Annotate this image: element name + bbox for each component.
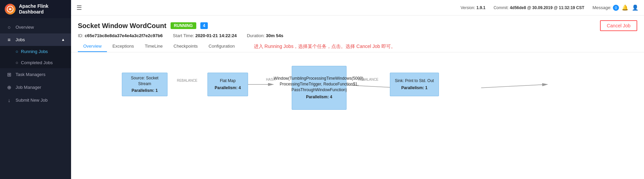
app-name: Apache Flink Dashboard: [19, 3, 66, 15]
submit-job-icon: ↓: [6, 97, 12, 103]
message-badge: 0: [613, 5, 619, 11]
node-source-title: Source: Socket Stream: [126, 75, 164, 87]
node-sink[interactable]: Sink: Print to Std. Out Parallelism: 1: [390, 73, 439, 96]
node-source-parallelism: Parallelism: 1: [132, 88, 158, 94]
jobs-submenu: ○ Running Jobs ○ Completed Jobs: [0, 46, 71, 68]
sidebar-item-completed-jobs[interactable]: ○ Completed Jobs: [0, 57, 71, 68]
commit-value: 4d56de8 @ 30.09.2019 @ 11:32:19 CST: [510, 5, 584, 10]
node-sink-title: Sink: Print to Std. Out: [395, 78, 434, 84]
cancel-job-button[interactable]: Cancel Job: [600, 20, 637, 31]
duration-value: 30m 54s: [266, 33, 283, 38]
job-id: ID: c65e71bc8e8da37e4e4a3c2f7e2c97b6: [78, 33, 163, 38]
bell-icon[interactable]: 🔔: [622, 4, 628, 11]
node-window-parallelism: Parallelism: 4: [306, 94, 332, 100]
commit-info: Commit: 4d56de8 @ 30.09.2019 @ 11:32:19 …: [493, 5, 584, 10]
completed-jobs-icon: ○: [16, 60, 18, 65]
job-header: Socket Window WordCount RUNNING 4 Cancel…: [71, 16, 644, 52]
tab-timeline[interactable]: TimeLine: [139, 41, 168, 52]
topbar-icons: 🔔 👤: [622, 4, 639, 11]
job-id-value: c65e71bc8e8da37e4e4a3c2f7e2c97b6: [85, 33, 163, 38]
graph-canvas: Source: Socket Stream Parallelism: 1 REB…: [78, 59, 637, 133]
version-value: 1.9.1: [476, 5, 486, 10]
user-icon[interactable]: 👤: [632, 4, 639, 11]
parallelism-badge: 4: [200, 22, 208, 29]
sidebar-item-job-manager[interactable]: ⊕ Job Manager: [0, 81, 71, 94]
node-window-title: Window(TumblingProcessingTimeWindows(500…: [274, 76, 364, 93]
job-title-left: Socket Window WordCount RUNNING 4: [78, 22, 208, 30]
job-annotation: 进入 Running Jobs，选择某个任务，点击。选择 Cancel Job …: [254, 44, 396, 50]
topbar: ☰ Version: 1.9.1 Commit: 4d56de8 @ 30.09…: [71, 0, 644, 16]
main-content: ☰ Version: 1.9.1 Commit: 4d56de8 @ 30.09…: [71, 0, 644, 179]
node-source[interactable]: Source: Socket Stream Parallelism: 1: [122, 73, 168, 96]
job-title-row: Socket Window WordCount RUNNING 4 Cancel…: [78, 20, 637, 31]
sidebar-item-overview[interactable]: ○ Overview: [0, 21, 71, 33]
job-duration: Duration: 30m 54s: [247, 33, 283, 38]
job-meta: ID: c65e71bc8e8da37e4e4a3c2f7e2c97b6 Sta…: [78, 33, 637, 38]
tabs-row: Overview Exceptions TimeLine Checkpoints…: [78, 41, 637, 52]
jobs-icon: ≡: [6, 37, 12, 43]
status-badge: RUNNING: [171, 22, 196, 29]
hamburger-icon[interactable]: ☰: [76, 4, 82, 11]
job-manager-icon: ⊕: [6, 84, 12, 91]
sidebar-item-submit-new-job[interactable]: ↓ Submit New Job: [0, 94, 71, 106]
jobs-arrow-icon: ▲: [61, 37, 65, 42]
sidebar-nav: ○ Overview ≡ Jobs ▲ ○ Running Jobs ○ Com…: [0, 18, 71, 179]
graph-svg: [78, 59, 637, 133]
job-detail: Socket Window WordCount RUNNING 4 Cancel…: [71, 16, 644, 179]
svg-line-3: [481, 84, 547, 88]
node-flatmap[interactable]: Flat Map Parallelism: 4: [207, 73, 248, 96]
edge-label-rebalance-1: REBALANCE: [177, 79, 198, 82]
node-sink-parallelism: Parallelism: 1: [401, 85, 427, 91]
tab-overview[interactable]: Overview: [78, 41, 107, 52]
node-flatmap-title: Flat Map: [220, 78, 236, 84]
tab-checkpoints[interactable]: Checkpoints: [168, 41, 203, 52]
version-info: Version: 1.9.1: [461, 5, 485, 10]
edge-label-rebalance-2: REBALANCE: [358, 78, 379, 81]
start-time-value: 2020-01-21 14:22:24: [195, 33, 237, 38]
task-managers-icon: ⊞: [6, 72, 12, 78]
app-logo: [5, 4, 16, 15]
job-tabs: Overview Exceptions TimeLine Checkpoints…: [78, 41, 240, 52]
job-start-time: Start Time: 2020-01-21 14:22:24: [173, 33, 237, 38]
node-flatmap-parallelism: Parallelism: 4: [215, 85, 241, 91]
tab-exceptions[interactable]: Exceptions: [107, 41, 139, 52]
sidebar: Apache Flink Dashboard ○ Overview ≡ Jobs…: [0, 0, 71, 179]
node-window[interactable]: Window(TumblingProcessingTimeWindows(500…: [292, 66, 347, 110]
sidebar-header: Apache Flink Dashboard: [0, 0, 71, 18]
message-info: Message: 0: [593, 5, 619, 11]
overview-icon: ○: [6, 24, 12, 30]
graph-area: Source: Socket Stream Parallelism: 1 REB…: [71, 52, 644, 179]
running-jobs-icon: ○: [16, 49, 18, 54]
sidebar-item-task-managers[interactable]: ⊞ Task Managers: [0, 68, 71, 81]
tab-configuration[interactable]: Configuration: [203, 41, 240, 52]
job-title: Socket Window WordCount: [78, 22, 166, 30]
sidebar-item-jobs[interactable]: ≡ Jobs ▲: [0, 33, 71, 46]
sidebar-item-running-jobs[interactable]: ○ Running Jobs: [0, 46, 71, 57]
